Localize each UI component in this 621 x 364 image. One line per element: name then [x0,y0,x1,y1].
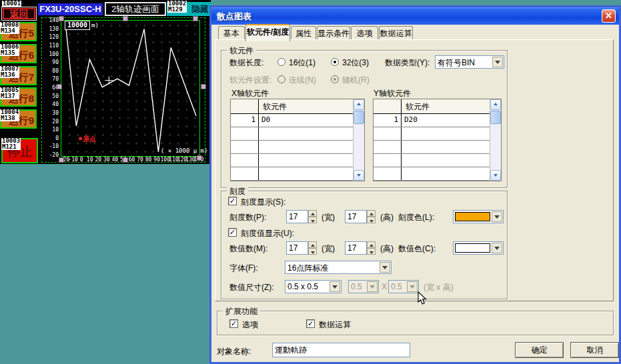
device-group: 软元件 数据长度: 16位(1) 32位(3) 数据类型(Y): 有符号BIN … [221,50,508,188]
y-axis-tick-label: 40 [39,101,59,107]
object-name-input[interactable] [272,343,410,357]
object-id-chip: 10005 M137 [0,87,19,99]
selection-handle[interactable] [201,84,206,89]
table-row[interactable] [231,141,353,154]
table-row[interactable] [374,167,490,181]
radio-16bit[interactable] [277,58,285,66]
dropdown-arrow-icon[interactable] [492,57,503,67]
scale-value-show-checkbox[interactable]: ✓ [228,228,237,237]
value-size-select[interactable]: 0.5 x 0.5 [285,280,342,293]
cancel-button[interactable]: 取消 [570,342,619,358]
data-operation-checkbox-label[interactable]: 数据运算 [319,319,351,331]
y-axis-tick-label: 100 [39,51,59,57]
scale-show-checkbox[interactable]: ✓ [228,197,237,205]
spin-down-icon[interactable] [367,217,376,223]
y-axis-tick-label: -20 [39,152,59,158]
selection-handle[interactable] [197,155,202,161]
y-axis-tick-label: 70 [39,76,59,82]
data-length-label: 数据长度: [229,57,263,69]
dropdown-arrow-icon[interactable] [330,281,340,292]
dropdown-arrow-icon[interactable] [492,211,502,222]
options-checkbox-label[interactable]: 选项 [242,319,258,331]
dropdown-arrow-icon[interactable] [380,262,390,273]
table-row[interactable] [231,154,353,167]
table-row[interactable] [374,154,490,167]
object-id-chip: 10002 M129 [167,1,187,13]
size-x-label: X [382,282,387,291]
ticks-height-stepper[interactable]: 17 [345,210,376,223]
hmi-screen-preview: 10001 返回 FX3U-20SSC-H 2轴轨迹画面 隐藏 10002 M1… [0,0,211,164]
table-row[interactable]: 1D20 [374,114,490,127]
selection-handle[interactable] [123,157,128,163]
selection-handle[interactable] [59,16,64,21]
y-axis-tick-label: 80 [39,68,59,74]
values-count-label: 数值数(M): [229,243,267,255]
spin-up-icon[interactable] [308,210,317,217]
spin-up-icon[interactable] [367,241,376,248]
tab-basic[interactable]: 基本 [218,26,245,40]
extended-functions-title: 扩展功能 [223,306,260,317]
trajectory-line [65,23,196,152]
y-table-scrollbar[interactable] [490,99,501,181]
ok-button[interactable]: 确定 [515,342,564,358]
values-width-stepper[interactable]: 17 [286,241,317,255]
y-axis-tick-label: 0 [39,135,59,141]
value-color-select[interactable] [453,241,504,255]
table-row[interactable]: 1D0 [231,114,353,127]
size-suffix-label: (宽 x 高) [424,282,454,293]
radio-32bit[interactable] [331,58,339,66]
font-label: 字体(F): [229,263,258,274]
table-row[interactable] [231,127,353,141]
spin-up-icon[interactable] [308,241,317,248]
tab-options[interactable]: 选项 [351,26,378,40]
return-button[interactable]: 返回 [1,7,37,21]
table-row[interactable] [231,167,353,181]
selection-handle[interactable] [57,84,62,89]
scroll-down-icon[interactable] [490,170,501,181]
y-axis-tick-label: 130 [39,26,59,32]
spin-down-icon[interactable] [308,248,317,255]
value-size-label: 数值尺寸(Z): [229,282,274,293]
dropdown-arrow-icon [407,281,418,292]
radio-16bit-label[interactable]: 16位(1) [289,57,316,69]
values-height-stepper[interactable]: 17 [345,241,376,255]
data-type-select[interactable]: 有符号BIN [435,55,504,69]
close-icon[interactable]: ✕ [602,9,616,23]
mouse-cursor [418,291,428,305]
radio-32bit-label[interactable]: 32位(3) [342,57,369,69]
tab-device-scale[interactable]: 软元件/刻度 [245,24,290,41]
data-operation-checkbox[interactable]: ✓ [306,319,315,328]
y-axis-tick-label: 90 [39,59,59,65]
font-select[interactable]: 16点阵标准 [285,261,392,274]
dropdown-arrow-icon[interactable] [492,243,502,253]
dialog-titlebar[interactable]: 散点图表 ✕ [211,7,619,25]
dropdown-arrow-icon [367,281,378,292]
tab-attribute[interactable]: 属性 [291,26,316,40]
scale-color-swatch [455,212,490,221]
tab-data-operation[interactable]: 数据运算 [379,26,413,40]
scale-show-label[interactable]: 刻度显示(S): [241,197,285,208]
scroll-up-icon[interactable] [354,99,364,110]
table-row[interactable] [374,141,490,154]
tab-page-device-scale: 软元件 数据长度: 16位(1) 32位(3) 数据类型(Y): 有符号BIN … [215,39,614,301]
spin-down-icon[interactable] [308,217,317,223]
spin-down-icon[interactable] [367,248,376,255]
selection-handle[interactable] [59,157,64,163]
options-checkbox[interactable]: ✓ [229,319,238,328]
object-id-chip: 10003 M121 [1,138,21,150]
ticks-width-stepper[interactable]: 17 [286,210,317,223]
table-row[interactable] [374,127,490,141]
spin-up-icon[interactable] [367,210,376,217]
x-axis-unit-label: ( × 1000 μ m) [161,147,207,154]
tab-display-condition[interactable]: 显示条件 [317,26,350,40]
scale-value-show-label[interactable]: 刻度值显示(U): [241,228,294,239]
radio-continuous-label: 连续(N) [289,75,316,86]
scroll-up-icon[interactable] [490,99,501,110]
selection-handle[interactable] [193,16,198,21]
scroll-thumb[interactable] [354,111,364,124]
scroll-down-icon[interactable] [354,170,364,181]
selection-handle[interactable] [123,16,128,21]
x-table-scrollbar[interactable] [353,99,364,181]
scale-color-select[interactable] [453,210,504,223]
scroll-thumb[interactable] [490,111,501,124]
